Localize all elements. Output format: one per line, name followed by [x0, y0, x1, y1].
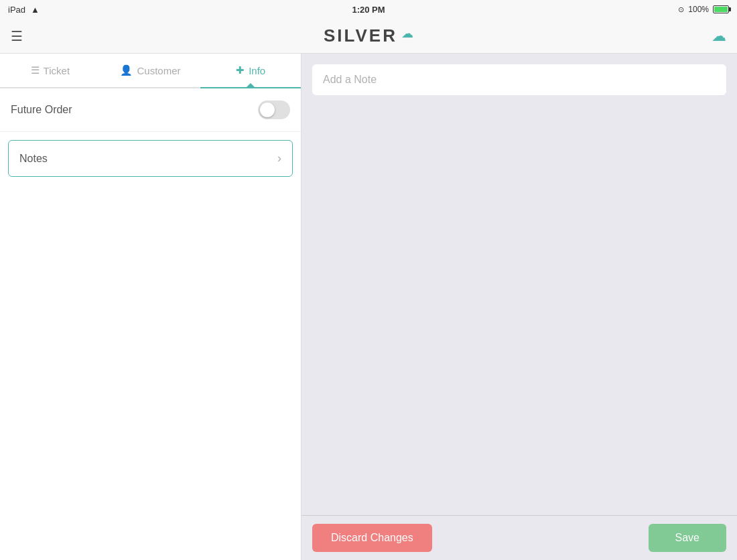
logo: SILVER ☁ [324, 25, 413, 46]
note-input[interactable] [312, 64, 726, 95]
info-icon: ✚ [236, 64, 245, 76]
status-right: ⊙ 100% [678, 5, 729, 14]
chevron-right-icon: › [277, 151, 281, 165]
notes-row[interactable]: Notes › [8, 140, 293, 177]
status-bar: iPad ▲ 1:20 PM ⊙ 100% [0, 0, 737, 19]
main-layout: ☰ Ticket 👤 Customer ✚ Info Future Order [0, 54, 737, 560]
tab-customer[interactable]: 👤 Customer [100, 54, 201, 87]
battery-percent: 100% [688, 5, 709, 14]
tab-ticket[interactable]: ☰ Ticket [0, 54, 100, 87]
toggle-knob [260, 102, 275, 117]
cloud-status-icon[interactable]: ☁ [712, 27, 726, 45]
notes-label: Notes [19, 153, 48, 165]
bottom-bar: Discard Changes Save [302, 515, 737, 560]
status-left: iPad ▲ [8, 5, 40, 15]
discard-button[interactable]: Discard Changes [312, 524, 432, 552]
right-panel: Discard Changes Save [302, 54, 737, 560]
ticket-icon: ☰ [31, 64, 40, 76]
header: ☰ SILVER ☁ ☁ [0, 19, 737, 54]
future-order-row: Future Order [0, 88, 301, 132]
menu-button[interactable]: ☰ [11, 28, 23, 44]
signal-icon: ⊙ [678, 5, 684, 14]
customer-icon: 👤 [120, 64, 133, 76]
save-button[interactable]: Save [649, 524, 726, 552]
future-order-label: Future Order [11, 104, 72, 116]
tabs: ☰ Ticket 👤 Customer ✚ Info [0, 54, 301, 88]
tab-customer-label: Customer [137, 65, 180, 76]
status-time: 1:20 PM [352, 5, 385, 15]
wifi-icon: ▲ [31, 5, 40, 15]
future-order-toggle[interactable] [258, 100, 290, 119]
cloud-icon: ☁ [401, 26, 413, 41]
logo-text: SILVER [324, 25, 397, 46]
notes-area [302, 54, 737, 515]
tab-ticket-label: Ticket [44, 65, 70, 76]
tab-indicator [245, 83, 256, 88]
device-label: iPad [8, 5, 25, 15]
tab-info-label: Info [249, 65, 265, 76]
tab-info[interactable]: ✚ Info [200, 54, 301, 87]
battery-icon [713, 5, 729, 13]
left-panel: ☰ Ticket 👤 Customer ✚ Info Future Order [0, 54, 302, 560]
